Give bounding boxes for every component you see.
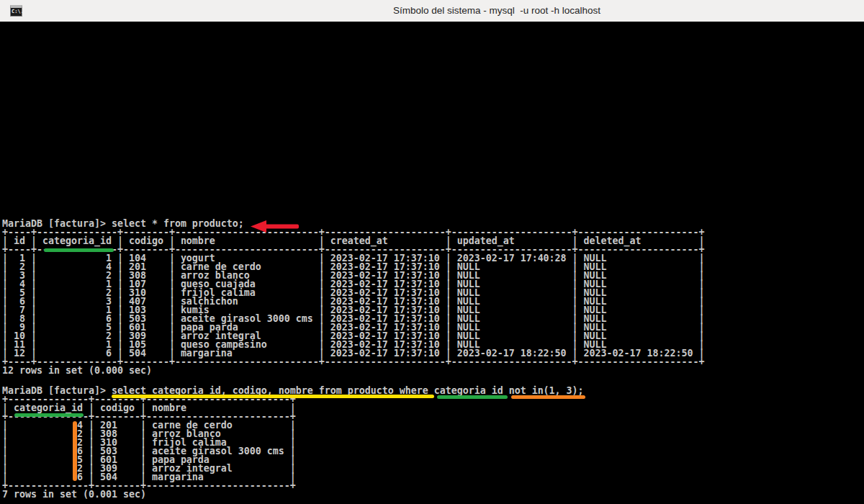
- terminal-screen[interactable]: MariaDB [factura]> select * from product…: [0, 22, 864, 504]
- query-result-block-2: MariaDB [factura]> select categoria_id, …: [2, 387, 584, 499]
- app-window: C:\. Símbolo del sistema - mysql -u root…: [0, 0, 864, 504]
- yellow-underline-query2-select-clause: [112, 395, 434, 398]
- orange-bar-table2-values: [73, 421, 77, 481]
- green-underline-table1-categoria-id: [44, 248, 114, 252]
- query-result-block-1: MariaDB [factura]> select * from product…: [2, 220, 705, 375]
- red-arrow-annotation: [251, 220, 300, 233]
- window-title: Símbolo del sistema - mysql -u root -h l…: [0, 0, 864, 22]
- green-underline-table2-categoria-id: [14, 413, 84, 417]
- orange-underline-query2-not-in: [511, 395, 585, 399]
- window-titlebar[interactable]: C:\. Símbolo del sistema - mysql -u root…: [0, 0, 864, 22]
- green-underline-query2-categoria-id: [437, 395, 508, 399]
